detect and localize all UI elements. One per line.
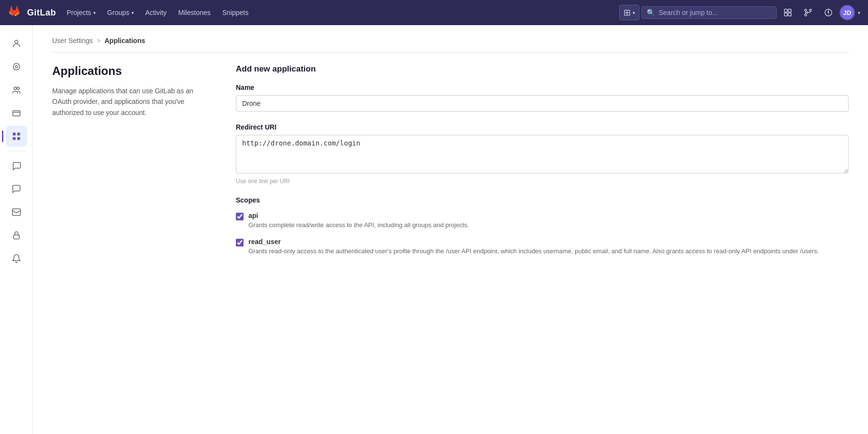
svg-rect-2 xyxy=(784,13,787,16)
sidebar-item-email[interactable] xyxy=(6,202,27,223)
left-column: Applications Manage applications that ca… xyxy=(52,64,207,267)
sidebar-item-billing[interactable] xyxy=(6,102,27,124)
name-label: Name xyxy=(236,84,849,91)
svg-point-10 xyxy=(13,63,19,70)
right-column: Add new application Name Redirect URI ht… xyxy=(236,64,849,267)
svg-point-11 xyxy=(15,66,17,68)
groups-icon xyxy=(12,85,21,95)
plus-chevron-icon: ▾ xyxy=(633,10,635,15)
applications-icon xyxy=(12,131,21,141)
create-new-dropdown[interactable]: ⊞ ▾ xyxy=(619,5,639,20)
svg-rect-1 xyxy=(788,9,791,12)
svg-rect-16 xyxy=(17,133,20,136)
scope-read-user-item: read_user Grants read-only access to the… xyxy=(236,238,849,256)
sidebar-item-security[interactable] xyxy=(6,225,27,246)
command-palette-button[interactable] xyxy=(779,5,797,20)
scopes-label: Scopes xyxy=(236,196,849,204)
sidebar-item-account[interactable] xyxy=(6,56,27,77)
scope-read-user-checkbox[interactable] xyxy=(236,239,244,246)
sidebar-item-applications[interactable] xyxy=(6,126,27,147)
nav-activity[interactable]: Activity xyxy=(141,6,172,19)
svg-rect-17 xyxy=(13,137,15,140)
scope-api-checkbox[interactable] xyxy=(236,213,244,220)
brand-name: GitLab xyxy=(27,8,56,18)
issues-icon xyxy=(824,8,833,17)
breadcrumb-separator: > xyxy=(97,37,101,44)
svg-rect-19 xyxy=(12,209,20,215)
scope-api-desc: Grants complete read/write access to the… xyxy=(248,220,469,230)
redirect-uri-input[interactable]: http://drone.domain.com/login xyxy=(236,135,849,174)
svg-point-12 xyxy=(14,87,16,89)
scope-api-name: api xyxy=(248,212,469,219)
search-box: 🔍 xyxy=(641,6,777,19)
user-menu-chevron-icon[interactable]: ▾ xyxy=(858,10,860,15)
nav-projects[interactable]: Projects ▾ xyxy=(62,6,101,19)
sidebar-item-messages[interactable] xyxy=(6,155,27,176)
messages-icon xyxy=(12,161,21,171)
svg-rect-14 xyxy=(13,111,20,116)
scope-api-item: api Grants complete read/write access to… xyxy=(236,212,849,230)
merge-requests-button[interactable] xyxy=(799,5,817,20)
bell-icon xyxy=(12,254,21,263)
email-icon xyxy=(12,207,21,217)
sidebar-item-profile[interactable] xyxy=(6,33,27,54)
chat-icon xyxy=(12,184,21,194)
redirect-uri-label: Redirect URI xyxy=(236,123,849,131)
svg-point-6 xyxy=(810,9,811,11)
left-sidebar xyxy=(0,25,33,434)
nav-groups[interactable]: Groups ▾ xyxy=(102,6,139,19)
svg-rect-18 xyxy=(17,137,20,140)
user-icon xyxy=(12,39,21,48)
projects-chevron-icon: ▾ xyxy=(93,10,96,15)
svg-point-8 xyxy=(828,14,829,15)
top-navbar: GitLab Projects ▾ Groups ▾ Activity Mile… xyxy=(0,0,868,25)
svg-point-4 xyxy=(805,9,807,11)
search-icon: 🔍 xyxy=(647,9,655,16)
main-content: User Settings > Applications Application… xyxy=(33,25,868,434)
gitlab-logo[interactable]: GitLab xyxy=(8,5,56,20)
page-body: Applications Manage applications that ca… xyxy=(52,64,849,267)
scope-read-user-desc: Grants read-only access to the authentic… xyxy=(248,246,819,256)
svg-point-13 xyxy=(16,87,19,89)
breadcrumb-current: Applications xyxy=(104,37,145,44)
issues-button[interactable] xyxy=(819,5,838,20)
page-description: Manage applications that can use GitLab … xyxy=(52,86,207,118)
form-section-title: Add new application xyxy=(236,64,849,74)
scope-read-user-name: read_user xyxy=(248,238,819,246)
merge-requests-icon xyxy=(804,8,812,17)
sidebar-item-groups[interactable] xyxy=(6,79,27,101)
search-input[interactable] xyxy=(659,9,771,16)
nav-milestones[interactable]: Milestones xyxy=(174,6,216,19)
breadcrumb-parent[interactable]: User Settings xyxy=(52,37,93,44)
command-palette-icon xyxy=(783,8,792,17)
redirect-uri-hint: Use one line per URI xyxy=(236,178,849,185)
breadcrumb: User Settings > Applications xyxy=(52,37,849,53)
sidebar-divider xyxy=(8,151,25,151)
gitlab-fox-icon xyxy=(8,5,23,20)
svg-point-9 xyxy=(14,40,18,43)
user-avatar[interactable]: JD xyxy=(839,5,855,20)
svg-rect-0 xyxy=(784,9,787,12)
svg-point-5 xyxy=(805,14,807,16)
name-input[interactable] xyxy=(236,95,849,112)
page-title: Applications xyxy=(52,64,207,78)
name-form-group: Name xyxy=(236,84,849,112)
nav-snippets[interactable]: Snippets xyxy=(217,6,253,19)
scopes-form-group: Scopes api Grants complete read/write ac… xyxy=(236,196,849,256)
svg-rect-15 xyxy=(13,133,15,136)
billing-icon xyxy=(12,108,21,118)
sidebar-item-chat[interactable] xyxy=(6,178,27,200)
groups-chevron-icon: ▾ xyxy=(131,10,134,15)
lock-icon xyxy=(12,231,21,240)
account-icon xyxy=(12,62,21,72)
plus-icon: ⊞ xyxy=(623,7,631,18)
svg-rect-20 xyxy=(14,235,19,239)
page-layout: User Settings > Applications Application… xyxy=(0,25,868,434)
sidebar-item-notifications[interactable] xyxy=(6,248,27,269)
redirect-uri-form-group: Redirect URI http://drone.domain.com/log… xyxy=(236,123,849,185)
svg-rect-3 xyxy=(788,13,791,16)
